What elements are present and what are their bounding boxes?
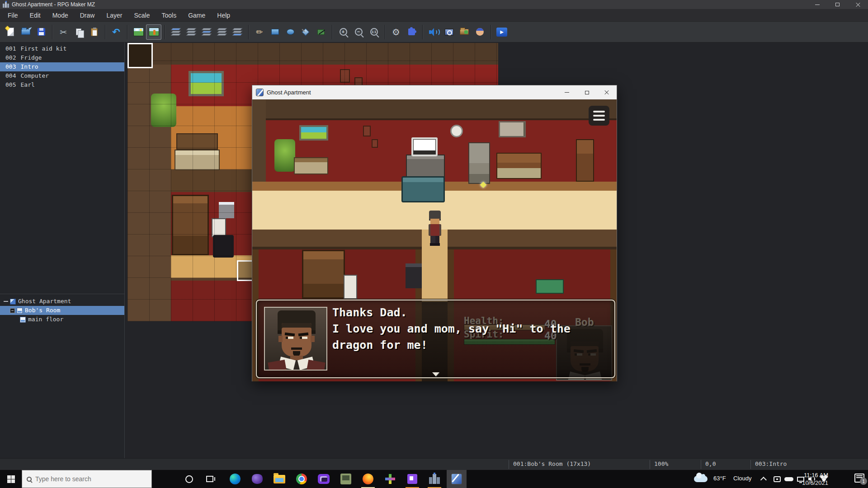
menu-mode[interactable]: Mode xyxy=(47,9,74,22)
ellipse-tool-icon[interactable] xyxy=(283,24,298,40)
copy-icon[interactable] xyxy=(71,24,86,40)
taskbar-firefox[interactable] xyxy=(358,470,378,488)
cortana-icon xyxy=(185,475,193,483)
sound-test-icon[interactable] xyxy=(426,24,441,40)
taskbar-search[interactable] xyxy=(22,470,152,488)
tree-item-bobs-room[interactable]: Bob's Room xyxy=(0,306,124,315)
game-window-titlebar[interactable]: Ghost Apartment xyxy=(252,85,617,99)
game-menu-button[interactable] xyxy=(589,106,609,126)
layer-1-icon[interactable] xyxy=(184,24,199,40)
firefox-icon xyxy=(363,474,373,484)
scene-mini-fridge xyxy=(344,275,357,299)
taskbar: 63°F Cloudy 11:16 AM 10/6/2021 1 xyxy=(0,470,868,488)
taskbar-twitch[interactable] xyxy=(402,470,422,488)
layer-2-icon[interactable] xyxy=(199,24,214,40)
maximize-button[interactable] xyxy=(827,0,848,9)
menu-help[interactable]: Help xyxy=(211,9,236,22)
chevron-up-icon xyxy=(760,477,767,483)
layer-4-icon[interactable] xyxy=(230,24,245,40)
player-character-sprite xyxy=(427,211,443,246)
weather-widget[interactable] xyxy=(692,470,710,488)
flood-fill-tool-icon[interactable] xyxy=(298,24,313,40)
onedrive-button[interactable] xyxy=(783,470,795,488)
menu-tools[interactable]: Tools xyxy=(156,9,182,22)
tree-expander-box-icon[interactable] xyxy=(10,308,15,313)
scene-dark-monitor xyxy=(406,263,422,288)
map-document-icon xyxy=(17,308,23,314)
menu-file[interactable]: File xyxy=(2,9,24,22)
menu-edit[interactable]: Edit xyxy=(24,9,47,22)
windows-logo-icon xyxy=(7,475,15,483)
resource-manager-icon[interactable] xyxy=(457,24,472,40)
taskbar-gameboy[interactable] xyxy=(336,470,356,488)
taskbar-clock[interactable]: 11:16 AM 10/6/2021 xyxy=(802,471,828,487)
zoom-actual-size-icon[interactable]: 1:1 xyxy=(366,24,382,40)
character-generator-icon[interactable] xyxy=(472,24,487,40)
scene-green-bench xyxy=(536,279,564,294)
close-button[interactable] xyxy=(848,0,868,9)
map-document-icon xyxy=(20,317,26,323)
touch-keyboard-icon xyxy=(774,476,781,482)
tree-item-main-floor[interactable]: main floor xyxy=(0,315,124,324)
map-event-selected-cell[interactable] xyxy=(127,43,153,68)
taskbar-file-explorer[interactable] xyxy=(269,470,289,488)
paste-icon[interactable] xyxy=(86,24,102,40)
touch-keyboard-button[interactable] xyxy=(771,470,783,488)
rectangle-tool-icon[interactable] xyxy=(267,24,283,40)
task-view-button[interactable] xyxy=(200,470,220,488)
event-mode-icon[interactable] xyxy=(146,24,161,40)
menu-scale[interactable]: Scale xyxy=(128,9,156,22)
event-list-item-fridge[interactable]: 002Fridge xyxy=(0,53,124,62)
taskbar-chrome[interactable] xyxy=(292,470,311,488)
play-test-icon[interactable]: ▶ xyxy=(494,24,509,40)
tree-expander-icon[interactable] xyxy=(4,301,8,302)
event-list-item-earl[interactable]: 005Earl xyxy=(0,80,124,89)
tree-item-project[interactable]: Ghost Apartment xyxy=(0,297,124,306)
event-list-item-intro[interactable]: 003Intro xyxy=(0,62,124,71)
map-mode-icon[interactable] xyxy=(131,24,146,40)
new-project-icon[interactable] xyxy=(3,24,18,40)
menu-layer[interactable]: Layer xyxy=(100,9,128,22)
layer-3-icon[interactable] xyxy=(214,24,230,40)
event-list-item-computer[interactable]: 004Computer xyxy=(0,71,124,80)
taskbar-mgba[interactable] xyxy=(314,470,334,488)
minimize-button[interactable] xyxy=(807,0,827,9)
event-searcher-icon[interactable] xyxy=(441,24,457,40)
game-close-button[interactable] xyxy=(597,85,617,99)
zoom-out-icon[interactable]: − xyxy=(351,24,366,40)
taskbar-rpg-maker[interactable] xyxy=(425,470,444,488)
twitch-icon xyxy=(407,474,417,484)
taskbar-plus-app[interactable] xyxy=(380,470,400,488)
tray-expand-button[interactable] xyxy=(759,470,770,488)
save-project-icon[interactable] xyxy=(33,24,49,40)
action-center-button[interactable]: 1 xyxy=(854,474,864,483)
game-screen[interactable]: Health: 40 Spirit: 40 Bob xyxy=(252,99,617,381)
database-icon[interactable]: ⚙ xyxy=(388,24,404,40)
layer-auto-icon[interactable] xyxy=(168,24,184,40)
scene-frame-small xyxy=(363,126,371,136)
open-project-icon[interactable] xyxy=(18,24,33,40)
start-button[interactable] xyxy=(0,470,22,488)
taskbar-rpg-playtest-active[interactable] xyxy=(447,470,467,488)
cortana-button[interactable] xyxy=(179,470,199,488)
cut-icon[interactable]: ✂ xyxy=(56,24,71,40)
game-maximize-button[interactable] xyxy=(577,85,597,99)
taskbar-edge[interactable] xyxy=(225,470,245,488)
undo-icon[interactable]: ↶ xyxy=(108,24,124,40)
status-coordinates: 0,0 xyxy=(705,460,716,467)
search-input[interactable] xyxy=(35,475,135,483)
weather-temperature[interactable]: 63°F xyxy=(713,475,726,482)
plugin-manager-icon[interactable] xyxy=(404,24,419,40)
dialogue-window[interactable]: Thanks Dad. I love you and mom, say "Hi"… xyxy=(256,300,615,378)
taskbar-purple-app[interactable] xyxy=(247,470,267,488)
menu-draw[interactable]: Draw xyxy=(74,9,101,22)
weather-condition[interactable]: Cloudy xyxy=(733,475,751,482)
pencil-tool-icon[interactable]: ✏ xyxy=(252,24,267,40)
shadow-pen-tool-icon[interactable] xyxy=(313,24,329,40)
rpg-maker-window: Ghost Apartment - RPG Maker MZ File Edit… xyxy=(0,0,868,488)
menu-game[interactable]: Game xyxy=(182,9,211,22)
game-window-icon xyxy=(256,89,264,96)
event-list-item-first-aid-kit[interactable]: 001First aid kit xyxy=(0,44,124,53)
zoom-in-icon[interactable]: + xyxy=(335,24,351,40)
game-minimize-button[interactable] xyxy=(557,85,577,99)
